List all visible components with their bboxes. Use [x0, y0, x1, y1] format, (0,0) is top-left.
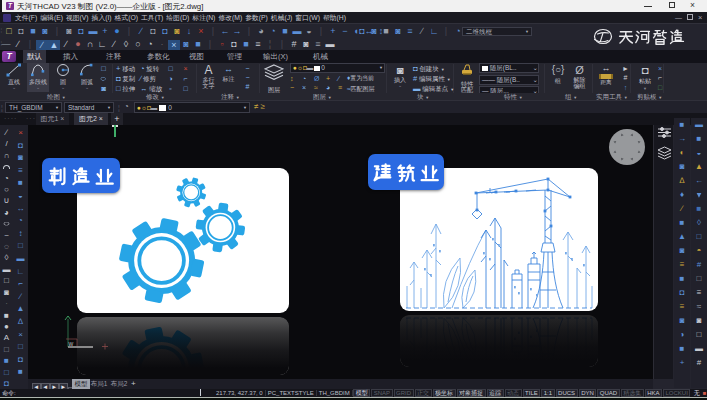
svg-text:W: W	[69, 341, 74, 347]
